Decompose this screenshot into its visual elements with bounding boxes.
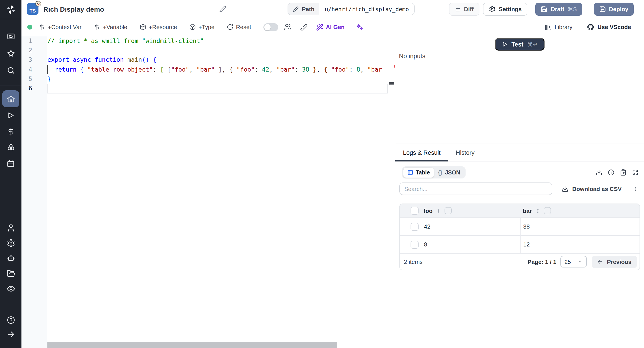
editor-overview-ruler[interactable] xyxy=(388,36,395,348)
code-line[interactable]: 1// import * as wmill from "windmill-cli… xyxy=(22,36,395,46)
sidebar-item-workers[interactable] xyxy=(0,250,22,266)
previous-page-button[interactable]: Previous xyxy=(592,256,637,268)
add-context-var-button[interactable]: +Context Var xyxy=(38,24,82,30)
package-icon xyxy=(189,24,196,30)
use-vscode-button[interactable]: Use VScode xyxy=(587,23,631,31)
save-icon xyxy=(599,6,606,12)
code-editor[interactable]: 1// import * as wmill from "windmill-cli… xyxy=(22,36,395,348)
sidebar-item-settings[interactable] xyxy=(0,235,22,250)
reset-button[interactable]: Reset xyxy=(226,24,251,30)
table-body: 4238812 xyxy=(400,218,640,253)
sidebar-item-search[interactable] xyxy=(0,62,22,79)
cell-bar: 38 xyxy=(520,218,640,235)
preview-panel: Test ⌘↵ No inputs Logs & Result History xyxy=(395,36,644,348)
expand-icon[interactable] xyxy=(632,169,639,176)
tab-logs-result[interactable]: Logs & Result xyxy=(395,144,448,161)
robot-icon xyxy=(6,254,15,262)
search-icon xyxy=(6,66,15,74)
package-icon xyxy=(139,24,146,30)
sidebar-divider xyxy=(0,85,22,86)
library-button[interactable]: Library xyxy=(544,24,572,31)
status-dot xyxy=(27,24,32,30)
sidebar-item-resources[interactable] xyxy=(0,140,22,156)
path-value[interactable]: u/henri/rich_display_demo xyxy=(319,3,414,15)
format-brush-icon[interactable] xyxy=(300,23,308,31)
dollar-icon xyxy=(94,24,100,30)
settings-button[interactable]: Settings xyxy=(483,2,528,16)
code-line[interactable]: 3export async function main() { xyxy=(22,55,395,65)
more-options-icon[interactable] xyxy=(632,186,639,192)
diff-icon xyxy=(454,6,461,12)
diff-button[interactable]: Diff xyxy=(449,2,480,16)
result-section: Table {} JSON xyxy=(395,162,644,348)
view-toggle-json[interactable]: {} JSON xyxy=(434,168,464,177)
sort-icon[interactable] xyxy=(436,207,441,214)
column-header-bar[interactable]: bar xyxy=(523,207,532,214)
sidebar-item-audit[interactable] xyxy=(0,281,22,296)
table-row[interactable]: 4238 xyxy=(400,218,640,235)
test-shortcut: ⌘↵ xyxy=(527,41,538,48)
multiplayer-users-icon[interactable] xyxy=(284,23,291,31)
sidebar-expand-button[interactable] xyxy=(0,328,22,341)
view-toggle-table[interactable]: Table xyxy=(403,168,434,177)
view-toggle-group: Table {} JSON xyxy=(402,166,465,178)
row-checkbox[interactable] xyxy=(410,240,418,248)
calendar-icon xyxy=(7,160,15,168)
pencil-icon xyxy=(293,6,299,12)
arrow-left-icon xyxy=(597,258,603,265)
info-icon[interactable] xyxy=(608,169,614,176)
column-pin-checkbox[interactable] xyxy=(544,207,551,214)
editor-horizontal-scrollbar[interactable] xyxy=(48,342,337,348)
ai-gen-label: AI Gen xyxy=(326,24,344,30)
add-resource-button[interactable]: +Resource xyxy=(139,24,177,30)
typescript-badge: TS xyxy=(27,3,38,15)
column-header-foo[interactable]: foo xyxy=(424,207,432,214)
download-result-icon[interactable] xyxy=(596,169,602,176)
draft-label: Draft xyxy=(551,6,564,12)
test-button[interactable]: Test ⌘↵ xyxy=(495,38,544,50)
sidebar-item-user[interactable] xyxy=(0,220,22,235)
sidebar-item-variables[interactable] xyxy=(0,124,22,140)
code-lines: 1// import * as wmill from "windmill-cli… xyxy=(22,36,395,93)
tab-history[interactable]: History xyxy=(448,144,482,161)
draft-button[interactable]: Draft ⌘S xyxy=(536,2,582,16)
folder-open-icon xyxy=(6,269,15,278)
code-line[interactable]: 5} xyxy=(22,74,395,84)
gear-icon xyxy=(6,239,15,247)
add-type-button[interactable]: +Type xyxy=(189,24,215,30)
search-input[interactable] xyxy=(399,182,552,195)
test-label: Test xyxy=(512,41,524,48)
row-checkbox[interactable] xyxy=(410,222,418,230)
sidebar-item-folders[interactable] xyxy=(0,266,22,281)
code-line[interactable]: 6 xyxy=(22,84,395,93)
table-row[interactable]: 812 xyxy=(400,235,640,253)
sidebar-item-home[interactable] xyxy=(0,90,22,107)
page-size-select[interactable]: 25 xyxy=(560,256,587,268)
add-variable-button[interactable]: +Variable xyxy=(94,24,128,30)
view-toggle-json-label: JSON xyxy=(445,169,460,176)
magic-wand-icon xyxy=(316,24,323,31)
sidebar-item-apps[interactable] xyxy=(0,28,22,45)
path-label-chip[interactable]: Path xyxy=(288,3,319,15)
copy-result-icon[interactable] xyxy=(620,169,626,176)
edit-title-button[interactable] xyxy=(219,5,226,12)
sparkles-icon[interactable] xyxy=(355,23,363,31)
select-all-checkbox[interactable] xyxy=(410,207,418,215)
column-pin-checkbox[interactable] xyxy=(444,207,452,214)
sidebar-item-help[interactable] xyxy=(0,312,22,328)
line-number: 4 xyxy=(22,65,32,74)
sort-icon[interactable] xyxy=(535,207,540,214)
page-size-value: 25 xyxy=(564,258,571,265)
multiplayer-toggle[interactable] xyxy=(263,23,278,31)
deploy-button[interactable]: Deploy xyxy=(594,2,634,16)
table-header: foo bar xyxy=(400,204,640,218)
code-line[interactable]: 2 xyxy=(22,46,395,55)
path-field[interactable]: Path u/henri/rich_display_demo xyxy=(288,3,415,15)
ai-gen-button[interactable]: AI Gen xyxy=(316,24,344,31)
sidebar-item-schedules[interactable] xyxy=(0,156,22,172)
sidebar-item-runs[interactable] xyxy=(0,107,22,124)
sidebar-item-favorites[interactable] xyxy=(0,45,22,62)
download-csv-button[interactable]: Download as CSV xyxy=(562,186,622,192)
windmill-logo[interactable] xyxy=(0,0,22,19)
code-line[interactable]: 4 return { "table-row-object": [ ["foo",… xyxy=(22,65,395,74)
